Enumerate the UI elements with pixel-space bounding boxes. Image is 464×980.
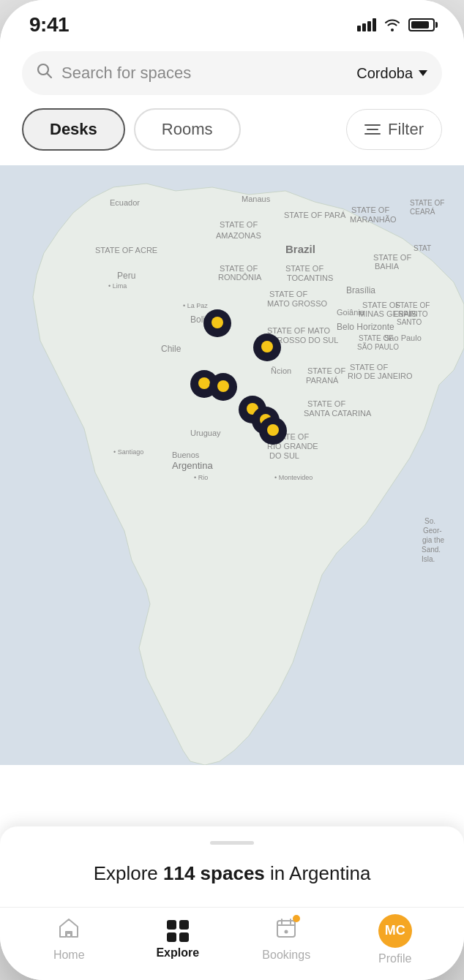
explore-icon <box>167 920 189 942</box>
svg-text:STATE OF: STATE OF <box>307 366 345 375</box>
svg-text:Brasília: Brasília <box>346 285 375 295</box>
svg-point-65 <box>261 341 273 353</box>
filter-icon <box>364 124 381 135</box>
home-icon <box>58 917 80 944</box>
notification-dot <box>293 915 300 922</box>
svg-text:gia the: gia the <box>422 536 444 544</box>
svg-text:STATE OF: STATE OF <box>220 264 258 273</box>
search-icon <box>37 63 53 83</box>
signal-icon <box>357 18 376 31</box>
svg-text:RONDÔNIA: RONDÔNIA <box>218 273 262 282</box>
svg-text:SÃO PAULO: SÃO PAULO <box>357 342 399 351</box>
sheet-handle <box>210 841 254 845</box>
bottom-nav: Home Explore <box>0 907 464 980</box>
nav-bookings-label: Bookings <box>262 949 310 962</box>
profile-avatar: MC <box>378 914 412 948</box>
svg-text:STATE OF: STATE OF <box>351 206 389 214</box>
svg-line-1 <box>47 73 51 78</box>
svg-text:Buenos: Buenos <box>172 451 200 459</box>
svg-point-63 <box>212 317 223 328</box>
svg-text:STAT: STAT <box>414 244 431 252</box>
map-area[interactable]: Ecuador Manaus STATE OF AMAZONAS STATE O… <box>0 165 464 765</box>
status-bar: 9:41 <box>0 0 464 44</box>
svg-text:Peru: Peru <box>117 271 135 281</box>
battery-icon <box>408 18 435 31</box>
svg-text:• Santiago: • Santiago <box>113 448 143 456</box>
svg-text:São Paulo: São Paulo <box>384 333 422 342</box>
bookings-icon <box>275 917 297 944</box>
explore-text: Explore 114 spaces in Argentina <box>22 862 442 885</box>
nav-item-explore[interactable]: Explore <box>149 920 207 960</box>
svg-text:STATE OF: STATE OF <box>269 290 307 298</box>
svg-rect-76 <box>67 933 71 937</box>
search-bar[interactable]: Search for spaces Cordoba <box>22 51 442 95</box>
svg-text:STATE OF: STATE OF <box>395 301 430 309</box>
svg-rect-77 <box>277 921 295 937</box>
svg-text:So.: So. <box>424 517 435 525</box>
svg-text:MARANHÃO: MARANHÃO <box>350 215 397 224</box>
svg-text:• Lima: • Lima <box>108 282 127 290</box>
chevron-down-icon <box>419 70 427 76</box>
header: Search for spaces Cordoba Desks Rooms Fi… <box>0 44 464 165</box>
map-pin-2[interactable] <box>252 332 282 373</box>
svg-point-69 <box>217 380 229 392</box>
svg-text:SANTA CATARINA: SANTA CATARINA <box>304 409 372 418</box>
svg-text:Sand.: Sand. <box>422 546 441 554</box>
nav-item-profile[interactable]: MC Profile <box>366 914 424 965</box>
svg-text:Uruguay: Uruguay <box>190 429 221 437</box>
phone-frame: 9:41 <box>0 0 464 980</box>
svg-text:MATO GROSSO: MATO GROSSO <box>267 299 328 308</box>
svg-text:Chile: Chile <box>161 344 182 354</box>
nav-item-bookings[interactable]: Bookings <box>257 917 315 962</box>
svg-text:AMAZONAS: AMAZONAS <box>216 231 261 240</box>
svg-text:Manaus: Manaus <box>242 195 271 203</box>
map-pin-7[interactable] <box>258 415 288 456</box>
svg-text:CEARÁ: CEARÁ <box>410 207 435 216</box>
svg-text:STATE OF PARÁ: STATE OF PARÁ <box>284 211 346 219</box>
tab-desks[interactable]: Desks <box>22 108 125 151</box>
location-label: Cordoba <box>356 65 413 82</box>
svg-text:STATE OF: STATE OF <box>220 220 258 229</box>
svg-text:• Rio: • Rio <box>194 474 208 481</box>
svg-text:Isla.: Isla. <box>422 555 435 563</box>
nav-profile-label: Profile <box>378 952 411 965</box>
svg-text:• Montevideo: • Montevideo <box>274 474 313 481</box>
status-time: 9:41 <box>29 13 69 37</box>
svg-text:SANTO: SANTO <box>397 318 422 326</box>
svg-text:STATE OF: STATE OF <box>285 264 323 273</box>
search-placeholder: Search for spaces <box>61 64 356 83</box>
svg-text:ESPÍRITO: ESPÍRITO <box>394 309 428 318</box>
svg-point-75 <box>267 424 279 436</box>
svg-text:Argentina: Argentina <box>172 460 213 471</box>
nav-item-home[interactable]: Home <box>40 917 98 962</box>
svg-text:Geor-: Geor- <box>423 527 442 535</box>
svg-text:RIO DE JANEIRO: RIO DE JANEIRO <box>348 372 413 380</box>
svg-text:Belo Horizonte: Belo Horizonte <box>337 322 394 332</box>
svg-text:STATE OF ACRE: STATE OF ACRE <box>95 246 157 255</box>
svg-text:TOCANTINS: TOCANTINS <box>287 274 333 282</box>
status-icons <box>357 18 435 31</box>
svg-text:Ecuador: Ecuador <box>110 198 140 207</box>
filter-tabs: Desks Rooms Filter <box>22 108 442 151</box>
svg-text:BAHIA: BAHIA <box>375 262 400 271</box>
bottom-sheet: Explore 114 spaces in Argentina <box>0 826 464 907</box>
map-pin-1[interactable] <box>202 308 233 349</box>
location-selector[interactable]: Cordoba <box>356 65 427 82</box>
svg-text:STATE OF: STATE OF <box>373 253 411 262</box>
map-svg: Ecuador Manaus STATE OF AMAZONAS STATE O… <box>0 165 464 765</box>
tab-rooms[interactable]: Rooms <box>134 108 241 151</box>
filter-button[interactable]: Filter <box>346 109 442 150</box>
wifi-icon <box>383 18 401 31</box>
nav-explore-label: Explore <box>156 946 199 960</box>
svg-text:Brazil: Brazil <box>285 243 315 255</box>
svg-point-81 <box>285 930 288 934</box>
svg-text:PARANÁ: PARANÁ <box>306 376 339 385</box>
map-pin-4[interactable] <box>208 372 239 412</box>
svg-text:STATE OF: STATE OF <box>307 399 345 408</box>
svg-text:STATE OF: STATE OF <box>350 363 388 372</box>
svg-text:STATE OF: STATE OF <box>410 199 444 207</box>
nav-home-label: Home <box>53 949 85 962</box>
